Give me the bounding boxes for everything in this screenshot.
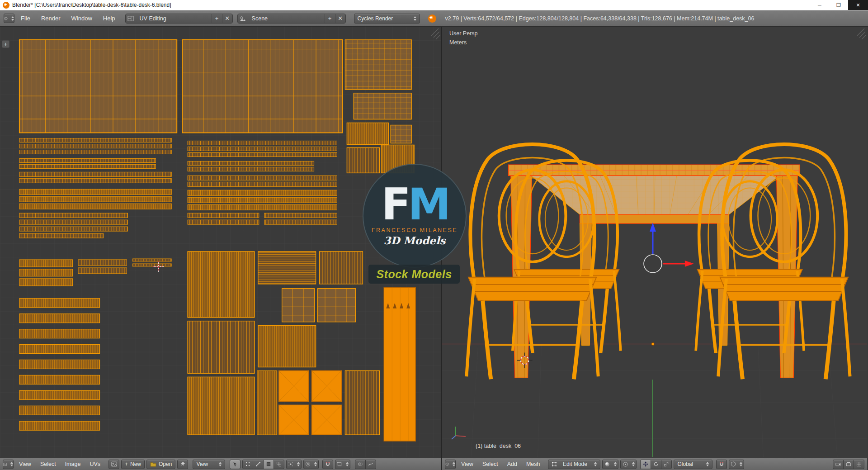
transform-manipulator[interactable]	[644, 223, 694, 273]
scopes-button[interactable]	[365, 460, 376, 469]
scene-icon	[240, 16, 246, 21]
viewport-settings-button[interactable]	[854, 460, 864, 469]
manipulator-x-arrowhead[interactable]	[685, 261, 694, 267]
opengl-render-anim-button[interactable]	[843, 460, 854, 469]
close-button[interactable]: ✕	[848, 0, 868, 10]
menu-file[interactable]: File	[16, 15, 35, 22]
uv-view-dropdown-value: View	[196, 461, 208, 467]
screen-layout-add-button[interactable]: +	[212, 14, 222, 23]
info-header: File Render Window Help UV Editing + ✕ S…	[0, 10, 868, 27]
face-select-button[interactable]	[263, 460, 274, 469]
viewport-header: View Select Add Mesh Edit Mode	[442, 458, 867, 470]
render-engine-dropdown[interactable]: Cycles Render	[354, 14, 420, 24]
uv-editor-type-button[interactable]	[3, 460, 14, 469]
window-title: Blender* [C:\Users\franc\Desktop\table-d…	[12, 2, 171, 8]
uv-menu-uvs[interactable]: UVs	[86, 461, 104, 467]
vp-menu-mesh[interactable]: Mesh	[523, 461, 544, 467]
vp-menu-view[interactable]: View	[458, 461, 477, 467]
screen-layout-browse-button[interactable]	[126, 14, 136, 23]
pin-icon	[180, 461, 185, 467]
image-open-button[interactable]: Open	[146, 460, 175, 469]
scene-delete-button[interactable]: ✕	[335, 14, 345, 23]
minimize-button[interactable]: ─	[810, 0, 829, 10]
image-pin-button[interactable]	[177, 460, 188, 469]
region-resize-grip-icon[interactable]	[857, 28, 866, 39]
menu-render[interactable]: Render	[37, 15, 65, 22]
scene-add-button[interactable]: +	[325, 14, 335, 23]
vertex-select-button[interactable]	[242, 460, 253, 469]
uv-sync-selection-button[interactable]	[230, 460, 241, 469]
region-toggle-button[interactable]: +	[2, 40, 9, 48]
render-engine-value: Cycles Render	[358, 15, 393, 22]
edge-select-button[interactable]	[253, 460, 264, 469]
mode-dropdown[interactable]: Edit Mode	[548, 460, 600, 469]
dropdown-arrows-icon	[632, 462, 635, 466]
uv-menu-image[interactable]: Image	[61, 461, 85, 467]
blender-app-icon	[3, 2, 9, 9]
viewport-region[interactable]: User Persp Meters (1) table_desk_06	[442, 27, 867, 458]
display-channels-button[interactable]	[355, 460, 366, 469]
viewport-editor-type-button[interactable]	[445, 460, 456, 469]
opengl-render-button[interactable]	[833, 460, 844, 469]
dropdown-arrows-icon	[219, 462, 222, 466]
manipulator-toggle-group	[640, 460, 672, 469]
scene-name[interactable]: Scene	[248, 14, 325, 23]
screen-layout-name[interactable]: UV Editing	[136, 14, 212, 23]
sticky-selection-dropdown[interactable]	[286, 460, 302, 469]
island-select-button[interactable]	[274, 460, 284, 469]
image-new-button[interactable]: + New	[121, 460, 145, 469]
fm-subtitle: 3D Models	[383, 234, 445, 247]
floor-grid	[442, 344, 867, 456]
viewport-shading-dropdown[interactable]	[602, 460, 618, 469]
vp-menu-select[interactable]: Select	[479, 461, 502, 467]
plus-icon: +	[125, 461, 128, 467]
display-channels-icon	[358, 461, 363, 467]
uv-view-dropdown[interactable]: View	[193, 460, 225, 469]
vp-snap-toggle-button[interactable]	[716, 460, 727, 469]
snap-magnet-icon	[325, 461, 330, 467]
manipulator-center-circle[interactable]	[644, 255, 662, 273]
camera-icon	[835, 461, 841, 467]
manipulator-scale-button[interactable]	[661, 460, 672, 469]
stock-models-badge: Stock Models	[368, 265, 460, 284]
dropdown-arrows-icon	[297, 462, 300, 466]
menu-window[interactable]: Window	[67, 15, 97, 22]
viewport-editor-icon	[445, 461, 449, 467]
fm-letter-f: F	[381, 179, 408, 230]
uv-extra-tools-group	[355, 460, 376, 469]
image-open-label: Open	[159, 461, 172, 467]
uv-menu-select[interactable]: Select	[37, 461, 60, 467]
vp-snap-element-dropdown[interactable]	[729, 460, 744, 469]
image-datablock-icon	[111, 461, 117, 467]
snap-element-dropdown[interactable]	[335, 460, 350, 469]
fm-watermark-badge: FM FRANCESCO MILANESE 3D Models	[363, 164, 467, 268]
manipulator-rotate-button[interactable]	[651, 460, 661, 469]
image-browse-button[interactable]	[108, 460, 119, 469]
blender-brand-icon	[428, 14, 436, 23]
proportional-edit-dropdown[interactable]	[303, 460, 319, 469]
info-editor-type-button[interactable]	[4, 14, 14, 23]
screen-layout-delete-button[interactable]: ✕	[222, 14, 232, 23]
orientation-dropdown[interactable]: Global	[674, 460, 712, 469]
dropdown-arrows-icon	[346, 462, 349, 466]
menu-help[interactable]: Help	[99, 15, 120, 22]
scene-browse-button[interactable]	[238, 14, 248, 23]
uv-menu-view[interactable]: View	[15, 461, 35, 467]
pivot-icon	[623, 461, 628, 467]
pivot-center-dropdown[interactable]	[620, 460, 637, 469]
face-select-icon	[266, 461, 271, 467]
window-controls: ─ ❐ ✕	[810, 0, 868, 10]
dropdown-arrows-icon	[314, 462, 317, 466]
viewport-canvas[interactable]	[442, 27, 867, 457]
shading-sphere-icon	[604, 461, 610, 467]
snap-magnet-icon	[719, 461, 724, 467]
manipulator-translate-button[interactable]	[640, 460, 651, 469]
sync-select-icon	[232, 461, 238, 467]
maximize-button[interactable]: ❐	[829, 0, 848, 10]
dropdown-arrows-icon	[453, 462, 455, 466]
manipulator-z-arrowhead[interactable]	[650, 223, 656, 232]
vp-menu-add[interactable]: Add	[504, 461, 521, 467]
snap-toggle-button[interactable]	[322, 460, 333, 469]
sticky-selection-icon	[288, 461, 293, 467]
title-bar[interactable]: Blender* [C:\Users\franc\Desktop\table-d…	[0, 0, 868, 10]
